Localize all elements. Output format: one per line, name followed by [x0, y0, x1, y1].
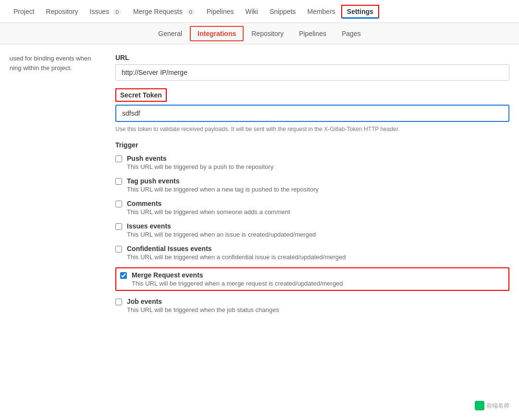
confidential-issues-events-desc: This URL will be triggered when a confid… [127, 253, 346, 261]
secret-token-input[interactable] [115, 105, 509, 122]
url-label: URL [115, 54, 509, 61]
issues-events-checkbox[interactable] [115, 223, 122, 230]
sidebar-description: used for binding events whenning within … [10, 54, 96, 72]
tag-push-events-title: Tag push events [127, 177, 319, 185]
tag-push-events-checkbox[interactable] [115, 178, 122, 185]
confidential-issues-events-title: Confidential Issues events [127, 245, 346, 252]
job-events-desc: This URL will be triggered when the job … [127, 306, 279, 313]
nav-item-repository[interactable]: Repository [40, 1, 84, 22]
trigger-push-events: Push events This URL will be triggered b… [115, 155, 509, 170]
issues-badge: 0 [113, 9, 122, 15]
sub-navigation: General Integrations Repository Pipeline… [0, 23, 519, 44]
secret-token-label: Secret Token [120, 91, 162, 99]
subnav-item-pages[interactable]: Pages [334, 24, 369, 43]
secret-token-form-group: Secret Token Use this token to validate … [115, 88, 509, 133]
top-navigation: Project Repository Issues 0 Merge Reques… [0, 0, 519, 23]
trigger-comments: Comments This URL will be triggered when… [115, 200, 509, 216]
trigger-merge-request-events-box: Merge Request events This URL will be tr… [115, 267, 509, 291]
comments-desc: This URL will be triggered when someone … [127, 208, 290, 216]
secret-token-box: Secret Token [115, 88, 167, 102]
comments-checkbox[interactable] [115, 201, 122, 207]
push-events-desc: This URL will be triggered by a push to … [127, 163, 273, 170]
trigger-issues-events: Issues events This URL will be triggered… [115, 222, 509, 238]
confidential-issues-events-checkbox[interactable] [115, 246, 122, 252]
issues-events-desc: This URL will be triggered when an issue… [127, 231, 316, 238]
nav-item-snippets[interactable]: Snippets [264, 1, 301, 22]
issues-events-title: Issues events [127, 222, 316, 230]
merge-requests-badge: 0 [186, 9, 195, 15]
subnav-item-pipelines[interactable]: Pipelines [291, 24, 334, 43]
nav-item-wiki[interactable]: Wiki [240, 1, 264, 22]
secret-token-help: Use this token to validate received payl… [115, 125, 509, 133]
nav-item-issues[interactable]: Issues 0 [84, 1, 127, 22]
subnav-item-integrations[interactable]: Integrations [190, 26, 244, 41]
merge-request-events-desc: This URL will be triggered when a merge … [132, 280, 343, 287]
merge-request-events-checkbox[interactable] [120, 272, 127, 279]
tag-push-events-desc: This URL will be triggered when a new ta… [127, 186, 319, 193]
push-events-checkbox[interactable] [115, 156, 122, 162]
push-events-title: Push events [127, 155, 273, 162]
job-events-checkbox[interactable] [115, 299, 122, 305]
sidebar: used for binding events whenning within … [0, 54, 106, 320]
subnav-item-general[interactable]: General [150, 24, 190, 43]
nav-item-merge-requests[interactable]: Merge Requests 0 [127, 1, 201, 22]
trigger-merge-request-events: Merge Request events This URL will be tr… [120, 271, 505, 287]
nav-item-members[interactable]: Members [301, 1, 341, 22]
trigger-heading: Trigger [115, 141, 509, 149]
url-form-group: URL [115, 54, 509, 81]
subnav-item-repository[interactable]: Repository [244, 24, 291, 43]
url-input[interactable] [115, 64, 509, 81]
main-layout: used for binding events whenning within … [0, 44, 519, 330]
trigger-section: Trigger Push events This URL will be tri… [115, 141, 509, 313]
job-events-title: Job events [127, 298, 279, 305]
trigger-tag-push-events: Tag push events This URL will be trigger… [115, 177, 509, 193]
merge-request-events-title: Merge Request events [132, 271, 343, 279]
trigger-confidential-issues-events: Confidential Issues events This URL will… [115, 245, 509, 261]
content-area: URL Secret Token Use this token to valid… [106, 54, 519, 320]
trigger-job-events: Job events This URL will be triggered wh… [115, 298, 509, 313]
comments-title: Comments [127, 200, 290, 207]
nav-item-pipelines[interactable]: Pipelines [201, 1, 240, 22]
nav-item-settings[interactable]: Settings [341, 5, 379, 18]
nav-item-project[interactable]: Project [8, 1, 40, 22]
